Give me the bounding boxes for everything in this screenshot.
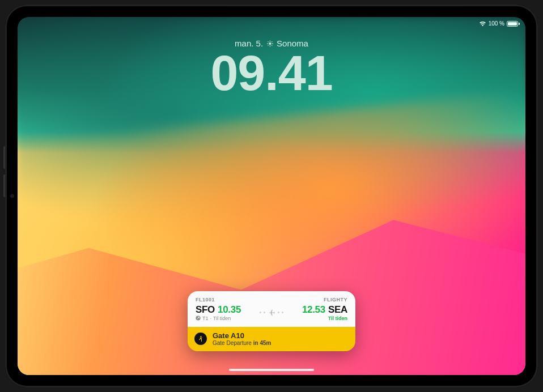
departure-block: SFO 10.35 T1 · Til tiden [196, 304, 241, 321]
svg-line-5 [268, 41, 268, 42]
gate-subtext: Gate Departure in 45m [213, 340, 271, 346]
flighty-gate-banner: Gate A10 Gate Departure in 45m [188, 327, 355, 351]
walk-icon [194, 333, 207, 345]
airplane-icon [268, 309, 275, 317]
svg-point-10 [200, 336, 201, 337]
gate-sub-prefix: Gate Departure [213, 340, 252, 346]
flight-number: FL1001 [196, 297, 215, 302]
arrival-block: 12.53 SEA Til tiden [302, 304, 347, 321]
gate-label: Gate A10 [213, 332, 271, 340]
arrival-time: 12.53 [302, 304, 325, 316]
departure-terminal: T1 [202, 316, 209, 321]
front-camera [10, 194, 14, 198]
lock-screen[interactable]: 100 % man. 5. [18, 17, 525, 375]
volume-up-button[interactable] [3, 146, 5, 169]
departure-time: 10.35 [218, 304, 241, 316]
arrival-status: Til tiden [328, 316, 347, 321]
status-bar: 100 % [479, 20, 520, 27]
flight-route-indicator [241, 309, 302, 317]
volume-down-button[interactable] [3, 174, 5, 197]
battery-icon [507, 21, 520, 27]
dot-sep: · [210, 316, 212, 321]
flighty-app-name: FLIGHTY [324, 297, 347, 302]
flighty-live-activity[interactable]: FL1001 FLIGHTY SFO 10.35 [188, 291, 355, 351]
departure-status: Til tiden [213, 316, 231, 321]
battery-percent-text: 100 % [489, 20, 504, 27]
lock-clock: man. 5. [210, 39, 332, 97]
departure-code: SFO [196, 304, 215, 316]
svg-point-0 [269, 42, 271, 45]
gate-countdown: in 45m [253, 340, 272, 346]
ipad-frame: 100 % man. 5. [5, 5, 538, 387]
flighty-card-top: FL1001 FLIGHTY SFO 10.35 [188, 291, 355, 327]
home-indicator[interactable] [229, 369, 314, 371]
terminal-icon [196, 316, 201, 321]
svg-line-8 [272, 41, 272, 42]
wifi-icon [479, 21, 486, 27]
lock-time: 09.41 [210, 49, 332, 97]
arrival-code: SEA [328, 304, 347, 316]
